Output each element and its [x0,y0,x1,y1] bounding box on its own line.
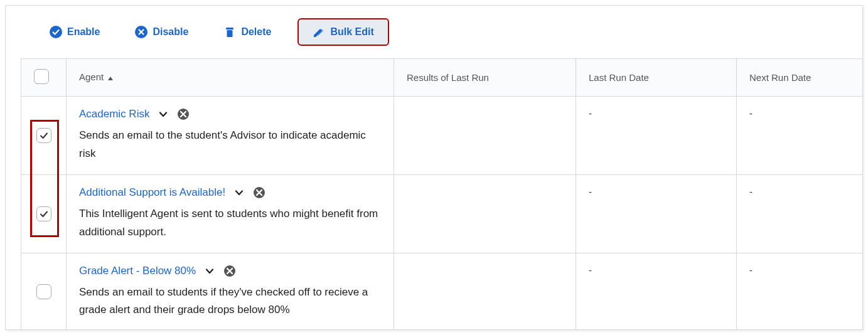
agent-cell: Grade Alert - Below 80% Sends an email t… [67,253,394,330]
column-next-run[interactable]: Next Run Date [737,59,863,97]
disable-button[interactable]: Disable [126,21,197,43]
row-checkbox[interactable] [36,284,51,299]
agent-description: This Intelligent Agent is sent to studen… [79,205,381,242]
table-row: Additional Support is Available! This In… [21,174,863,253]
disabled-status-icon [223,265,236,277]
sort-asc-icon [107,73,114,83]
column-last-run-label: Last Run Date [589,72,649,83]
chevron-down-icon[interactable] [158,109,168,119]
row-check-cell [21,253,67,330]
bulk-edit-icon [313,26,325,38]
svg-rect-3 [227,30,233,37]
select-all-checkbox[interactable] [34,69,49,84]
svg-rect-2 [226,28,233,29]
select-all-cell [21,59,67,97]
enable-button[interactable]: Enable [41,21,109,43]
row-checkbox[interactable] [36,206,51,221]
toolbar: Enable Disable Delete Bulk Edit [6,6,862,58]
last-run-cell: - [576,97,737,175]
delete-button[interactable]: Delete [215,21,280,43]
agent-link[interactable]: Additional Support is Available! [79,186,225,199]
table-row: Grade Alert - Below 80% Sends an email t… [21,253,863,330]
disabled-status-icon [253,186,265,199]
agent-description: Sends an email to the student's Advisor … [79,127,381,163]
chevron-down-icon[interactable] [205,266,215,276]
row-check-cell [21,97,67,175]
disable-label: Disable [153,26,188,38]
row-check-cell [21,174,67,253]
agent-cell: Additional Support is Available! This In… [67,174,394,253]
last-run-cell: - [576,253,737,330]
results-cell [394,97,576,175]
column-last-run[interactable]: Last Run Date [576,59,737,97]
table-header-row: Agent Results of Last Run Last Run Date … [21,59,863,97]
column-results-label: Results of Last Run [407,72,489,83]
agent-link[interactable]: Academic Risk [79,108,149,120]
chevron-down-icon[interactable] [234,188,244,198]
column-agent[interactable]: Agent [67,59,394,97]
disabled-status-icon [177,108,190,120]
column-results[interactable]: Results of Last Run [394,59,576,97]
next-run-cell: - [737,174,863,253]
table-row: Academic Risk Sends an email to the stud… [21,97,863,175]
agent-link[interactable]: Grade Alert - Below 80% [79,265,196,277]
bulk-edit-label: Bulk Edit [330,26,373,38]
results-cell [394,174,576,253]
agents-table: Agent Results of Last Run Last Run Date … [21,58,862,330]
trash-icon [223,26,236,38]
next-run-cell: - [737,253,863,330]
svg-point-0 [50,26,62,38]
x-circle-icon [135,26,147,38]
check-circle-icon [50,26,62,38]
column-agent-label: Agent [79,72,104,82]
last-run-cell: - [576,174,737,253]
next-run-cell: - [737,97,863,175]
results-cell [394,253,576,330]
bulk-edit-button[interactable]: Bulk Edit [297,18,388,46]
row-checkbox[interactable] [36,128,51,143]
agent-cell: Academic Risk Sends an email to the stud… [67,97,394,175]
enable-label: Enable [67,26,100,38]
agent-description: Sends an email to students if they've ch… [79,284,381,320]
column-next-run-label: Next Run Date [749,72,811,83]
delete-label: Delete [241,26,271,38]
